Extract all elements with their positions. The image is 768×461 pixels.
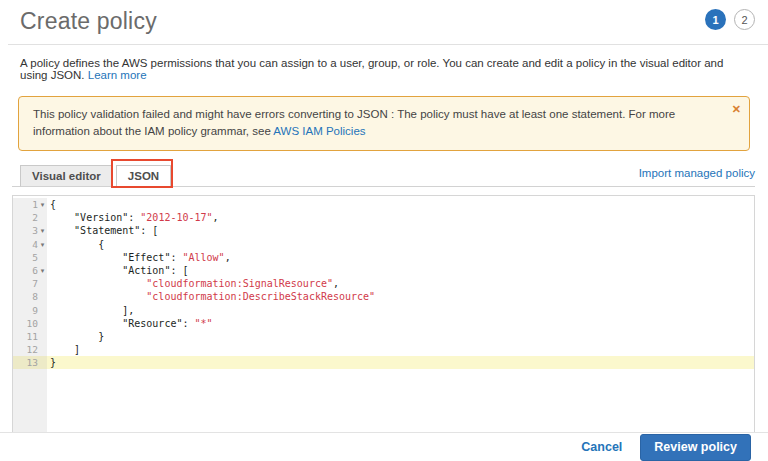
code-text: "cloudformation:SignalResource", <box>47 277 754 290</box>
page-title: Create policy <box>20 8 157 35</box>
fold-arrow-icon[interactable]: ▾ <box>38 238 47 251</box>
code-text: ] <box>47 343 754 356</box>
editor-line[interactable]: 11 } <box>13 330 754 343</box>
line-number-gutter: 2 <box>13 211 47 224</box>
code-text: } <box>47 356 754 369</box>
line-number-gutter: 13 <box>13 356 47 369</box>
learn-more-link[interactable]: Learn more <box>88 69 147 81</box>
tab-json[interactable]: JSON <box>116 165 171 187</box>
line-number-gutter: 6▾ <box>13 264 47 277</box>
line-number: 12 <box>27 344 38 355</box>
code-text: "Action": [ <box>47 264 754 277</box>
import-managed-policy-link[interactable]: Import managed policy <box>639 167 755 182</box>
editor-line[interactable]: 7 "cloudformation:SignalResource", <box>13 277 754 290</box>
line-number-gutter: 8 <box>13 290 47 303</box>
line-number-gutter: 12 <box>13 343 47 356</box>
line-number: 9 <box>32 305 38 316</box>
code-text: ], <box>47 304 754 317</box>
code-text: "Resource": "*" <box>47 317 754 330</box>
line-number-gutter: 10 <box>13 317 47 330</box>
line-number: 8 <box>32 291 38 302</box>
fold-arrow-icon[interactable]: ▾ <box>38 224 47 237</box>
footer-bar: Cancel Review policy <box>0 432 768 461</box>
fold-arrow-icon[interactable]: ▾ <box>38 198 47 211</box>
editor-line[interactable]: 2 "Version": "2012-10-17", <box>13 211 754 224</box>
step-indicator: 1 2 <box>705 9 755 30</box>
line-number: 5 <box>32 252 38 263</box>
code-text: { <box>47 198 754 211</box>
line-number-gutter: 3▾ <box>13 224 47 237</box>
page-header: Create policy 1 2 <box>0 0 768 35</box>
intro-text: A policy defines the AWS permissions tha… <box>20 57 748 81</box>
line-number: 11 <box>27 331 38 342</box>
code-text: } <box>47 330 754 343</box>
editor-line[interactable]: 13} <box>13 356 754 369</box>
header-divider <box>8 44 768 45</box>
editor-line[interactable]: 8 "cloudformation:DescribeStackResource" <box>13 290 754 303</box>
step-1-badge: 1 <box>705 9 726 30</box>
line-number: 10 <box>27 318 38 329</box>
editor-line[interactable]: 12 ] <box>13 343 754 356</box>
step-2-badge: 2 <box>734 9 755 30</box>
line-number-gutter: 5 <box>13 251 47 264</box>
editor-line[interactable]: 3▾ "Statement": [ <box>13 224 754 237</box>
line-number-gutter: 1▾ <box>13 198 47 211</box>
line-number: 13 <box>27 357 38 368</box>
line-number: 2 <box>32 212 38 223</box>
json-policy-editor[interactable]: 1▾{2 "Version": "2012-10-17",3▾ "Stateme… <box>12 195 755 450</box>
fold-arrow-icon[interactable]: ▾ <box>38 264 47 277</box>
editor-line[interactable]: 5 "Effect": "Allow", <box>13 251 754 264</box>
line-number-gutter: 11 <box>13 330 47 343</box>
editor-line[interactable]: 1▾{ <box>13 198 754 211</box>
editor-line[interactable]: 4▾ { <box>13 238 754 251</box>
editor-line[interactable]: 9 ], <box>13 304 754 317</box>
editor-line[interactable]: 6▾ "Action": [ <box>13 264 754 277</box>
review-policy-button[interactable]: Review policy <box>640 434 751 461</box>
close-icon[interactable]: ✕ <box>732 101 741 118</box>
code-text: "Effect": "Allow", <box>47 251 754 264</box>
code-text: "Statement": [ <box>47 224 754 237</box>
line-number-gutter: 7 <box>13 277 47 290</box>
cancel-link[interactable]: Cancel <box>581 440 622 454</box>
aws-iam-policies-link[interactable]: AWS IAM Policies <box>273 125 365 137</box>
tab-visual-editor[interactable]: Visual editor <box>20 165 113 187</box>
code-text: "cloudformation:DescribeStackResource" <box>47 290 754 303</box>
validation-warning-banner: ✕ This policy validation failed and migh… <box>18 96 750 151</box>
editor-lines: 1▾{2 "Version": "2012-10-17",3▾ "Stateme… <box>13 198 754 369</box>
code-text: "Version": "2012-10-17", <box>47 211 754 224</box>
line-number-gutter: 9 <box>13 304 47 317</box>
editor-tab-bar: Visual editor JSON Import managed policy <box>12 163 755 187</box>
line-number: 7 <box>32 278 38 289</box>
code-text: { <box>47 238 754 251</box>
line-number-gutter: 4▾ <box>13 238 47 251</box>
editor-line[interactable]: 10 "Resource": "*" <box>13 317 754 330</box>
